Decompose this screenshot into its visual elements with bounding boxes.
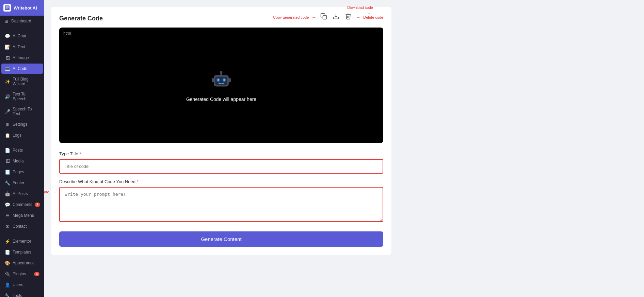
description-label: Describe What Kind of Code You Need * — [59, 179, 383, 184]
sidebar-item-label: Appearance — [13, 261, 35, 265]
download-annotation-label: Download code — [347, 5, 373, 10]
sidebar-item-plugins[interactable]: 🔌 Plugins 4 — [1, 269, 43, 279]
code-lang-label: html — [63, 31, 71, 36]
sidebar-item-label: Users — [13, 282, 23, 287]
sidebar-item-speech-to-text[interactable]: 🎤 Speech To Text — [1, 104, 43, 119]
sidebar-item-comments[interactable]: 💬 Comments 3 — [1, 199, 43, 210]
description-textarea[interactable] — [59, 187, 383, 222]
robot-icon — [209, 69, 233, 92]
sidebar-item-label: Logs — [13, 133, 21, 138]
sidebar-item-ai-text[interactable]: 📝 AI Text — [1, 42, 43, 52]
mega-menu-icon: ☰ — [5, 213, 10, 218]
required-star-2: * — [137, 179, 139, 184]
sidebar-item-label: AI Chat — [13, 34, 26, 38]
sidebar-item-label: Tools — [13, 293, 22, 297]
svg-rect-12 — [228, 78, 231, 82]
sidebar-item-label: Media — [13, 159, 24, 163]
plugins-badge: 4 — [34, 272, 39, 276]
media-icon: 🖼 — [5, 158, 10, 164]
templates-icon: 📑 — [5, 249, 10, 255]
logs-icon: 📋 — [5, 133, 10, 138]
sidebar-item-elementor[interactable]: ⚡ Elementor — [1, 236, 43, 246]
sidebar-item-label: Text To Speech — [13, 92, 39, 101]
pages-icon: 📃 — [5, 169, 10, 175]
sidebar-item-users[interactable]: 👤 Users — [1, 280, 43, 290]
sidebar-item-label: AI Text — [13, 45, 25, 49]
code-placeholder: Generated Code will appear here — [186, 69, 256, 102]
plugins-icon: 🔌 — [5, 271, 10, 277]
ai-text-icon: 📝 — [5, 44, 10, 50]
ai-posts-icon: 🤖 — [5, 191, 10, 196]
sidebar-item-appearance[interactable]: 🎨 Appearance — [1, 258, 43, 268]
ai-code-icon: 💻 — [5, 66, 10, 71]
sidebar-item-ai-image[interactable]: 🖼 AI Image — [1, 53, 43, 63]
sidebar-brand[interactable]: Writebot AI — [0, 0, 44, 16]
sidebar-item-label: Speech To Text — [13, 107, 39, 116]
appearance-icon: 🎨 — [5, 260, 10, 266]
sidebar-item-label: Dashboard — [11, 19, 31, 23]
sidebar-item-label: Footer — [13, 180, 25, 185]
sidebar-item-label: Comments — [13, 202, 32, 207]
sidebar-item-label: Settings — [13, 122, 27, 127]
code-placeholder-text: Generated Code will appear here — [186, 97, 256, 102]
sidebar-item-dashboard-top[interactable]: ⊞ Dashboard — [0, 16, 44, 27]
copy-code-button[interactable] — [319, 12, 328, 22]
sidebar-item-settings[interactable]: ⚙ Settings — [1, 119, 43, 129]
contact-icon: ✉ — [5, 224, 10, 229]
tools-icon: 🔧 — [5, 293, 10, 297]
title-input[interactable] — [59, 159, 383, 174]
sidebar-item-templates[interactable]: 📑 Templates — [1, 247, 43, 257]
sidebar-item-label: Plugins — [13, 272, 26, 276]
sidebar-item-contact[interactable]: ✉ Contact — [1, 221, 43, 231]
sidebar-item-label: AI Image — [13, 55, 29, 60]
sidebar-item-label: Posts — [13, 148, 23, 153]
delete-annotation-label: Delete code — [363, 15, 383, 19]
sidebar-item-label: AI Code — [13, 66, 27, 71]
sidebar-item-footer[interactable]: 🔧 Footer — [1, 178, 43, 188]
posts-icon: 📄 — [5, 147, 10, 153]
svg-point-7 — [218, 79, 219, 81]
ai-chat-icon: 💬 — [5, 33, 10, 39]
code-output-area: html — [59, 28, 383, 143]
required-star: * — [79, 151, 81, 156]
sidebar-item-label: Elementor — [13, 239, 31, 244]
tts-icon: 🔊 — [5, 94, 10, 99]
prompt-annotation-label: Prompt, what you want to generate. — [44, 190, 50, 194]
sidebar-item-posts[interactable]: 📄 Posts — [1, 145, 43, 155]
sidebar-item-media[interactable]: 🖼 Media — [1, 156, 43, 166]
comments-icon: 💬 — [5, 202, 10, 207]
title-form-group: Type Title * — [59, 151, 383, 174]
sidebar-item-ai-code[interactable]: 💻 AI Code — [1, 64, 43, 74]
prompt-annotation: Prompt, what you want to generate. → — [44, 189, 57, 195]
sidebar-item-full-blog-wizard[interactable]: ✨ Full Blog Wizard — [1, 74, 43, 89]
sidebar-item-text-to-speech[interactable]: 🔊 Text To Speech — [1, 89, 43, 104]
brand-name: Writebot AI — [14, 5, 37, 11]
sidebar-item-label: Pages — [13, 170, 24, 174]
sidebar-item-label: Full Blog Wizard — [13, 77, 39, 86]
sidebar-item-logs[interactable]: 📋 Logs — [1, 130, 43, 140]
sidebar-item-label: AI Posts — [13, 191, 28, 196]
main-content: Generate Code Download code ↓ Copy gener… — [44, 0, 644, 297]
svg-point-10 — [220, 71, 223, 73]
full-blog-icon: ✨ — [5, 79, 10, 84]
svg-rect-1 — [323, 16, 327, 19]
generate-button[interactable]: Generate Content — [59, 231, 383, 247]
copy-annotation-label: Copy generated code — [273, 15, 309, 19]
download-code-button[interactable] — [331, 12, 341, 22]
sidebar-item-label: Templates — [13, 250, 31, 255]
ai-image-icon: 🖼 — [5, 55, 10, 60]
svg-rect-11 — [212, 78, 214, 82]
footer-icon: 🔧 — [5, 180, 10, 186]
elementor-icon: ⚡ — [5, 239, 10, 244]
stt-icon: 🎤 — [5, 109, 10, 114]
sidebar-item-pages[interactable]: 📃 Pages — [1, 167, 43, 177]
sidebar-item-label: Contact — [13, 224, 27, 229]
sidebar-item-tools[interactable]: 🔧 Tools — [1, 291, 43, 297]
sidebar-item-ai-posts[interactable]: 🤖 AI Posts — [1, 189, 43, 199]
title-label: Type Title * — [59, 151, 383, 156]
sidebar-item-ai-chat[interactable]: 💬 AI Chat — [1, 31, 43, 41]
description-form-group: Describe What Kind of Code You Need * — [59, 179, 383, 223]
sidebar-item-label: Mega Menu — [13, 213, 34, 218]
delete-code-button[interactable] — [343, 12, 353, 22]
sidebar-item-mega-menu[interactable]: ☰ Mega Menu — [1, 210, 43, 221]
